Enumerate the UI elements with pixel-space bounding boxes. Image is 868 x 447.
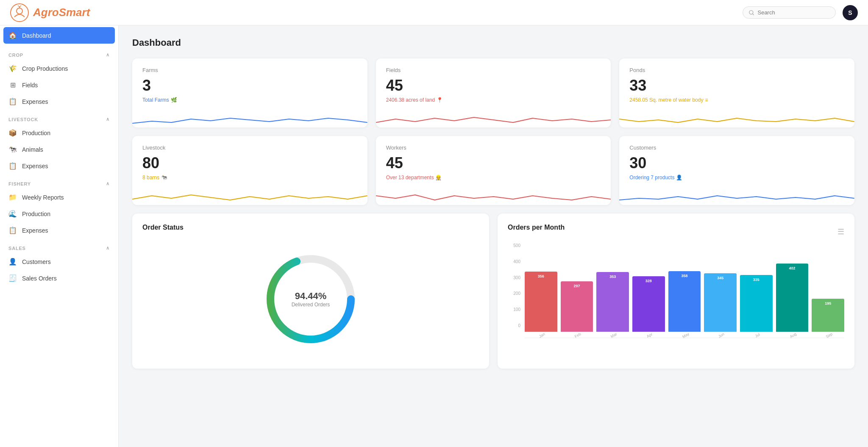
stat-card-ponds: Ponds 33 2458.05 Sq. metre of water body…	[619, 58, 854, 128]
sidebar-item-label: Weekly Reports	[22, 194, 64, 201]
stat-card-customers-stat: Customers 30 Ordering 7 products 👤	[619, 136, 854, 205]
app-name: AgroSmart	[33, 6, 90, 19]
donut-container: 94.44% Delivered Orders	[142, 240, 479, 358]
bar-rect: 335	[740, 275, 773, 332]
stat-value: 30	[629, 154, 844, 172]
stat-label: Farms	[142, 67, 357, 73]
sparkline	[376, 106, 611, 128]
sidebar-section-livestock: LIVESTOCK ∧	[0, 110, 118, 125]
bar-rect: 195	[812, 299, 844, 332]
app-layout: 🏠 Dashboard CROP ∧ 🌾 Crop Productions ⊞ …	[0, 25, 868, 447]
sidebar: 🏠 Dashboard CROP ∧ 🌾 Crop Productions ⊞ …	[0, 25, 119, 447]
main-content: Dashboard Farms 3 Total Farms 🌿 Fields 4…	[119, 25, 868, 447]
section-chevron[interactable]: ∧	[106, 245, 110, 251]
section-chevron[interactable]: ∧	[106, 52, 110, 58]
section-label: LIVESTOCK	[8, 117, 38, 122]
home-icon: 🏠	[8, 31, 17, 39]
bar-xlabel: Aug	[789, 332, 797, 339]
section-chevron[interactable]: ∧	[106, 117, 110, 122]
bar-value: 402	[789, 266, 796, 270]
bar-xlabel: Feb	[574, 332, 581, 339]
donut-percentage: 94.44%	[292, 291, 330, 302]
sidebar-item-crop-productions[interactable]: 🌾 Crop Productions	[0, 60, 118, 77]
stat-sub: 2406.38 acres of land 📍	[386, 97, 601, 103]
chart-menu-icon[interactable]: ☰	[837, 227, 844, 236]
search-input[interactable]	[757, 9, 829, 16]
bar-rect: 328	[632, 276, 665, 332]
sparkline	[376, 184, 611, 205]
page-title: Dashboard	[132, 37, 854, 48]
bar-column: 328 Apr	[632, 276, 665, 338]
header-right: S	[743, 5, 858, 20]
bar-value: 358	[682, 274, 688, 278]
fields-icon: ⊞	[8, 81, 17, 89]
bar-value: 335	[753, 278, 760, 282]
y-axis: 5004003002001000	[508, 243, 523, 328]
order-status-panel: Order Status	[132, 214, 489, 369]
customers-icon: 👤	[8, 258, 17, 266]
bar-column: 353 Mar	[596, 272, 629, 338]
search-icon	[749, 10, 754, 16]
logo-area: AgroSmart	[10, 3, 129, 22]
stat-value: 45	[386, 77, 601, 94]
app-header: AgroSmart S	[0, 0, 868, 25]
sidebar-item-label: Dashboard	[22, 32, 51, 39]
sidebar-item-label: Expenses	[22, 98, 48, 105]
stat-card-workers: Workers 45 Over 13 departments 👷	[376, 136, 611, 205]
section-label: CROP	[8, 53, 23, 58]
sidebar-item-expenses-fishery[interactable]: 📋 Expenses	[0, 222, 118, 239]
animals-icon: 🐄	[8, 145, 17, 153]
sidebar-item-animals[interactable]: 🐄 Animals	[0, 141, 118, 158]
sidebar-item-dashboard[interactable]: 🏠 Dashboard	[3, 27, 115, 44]
bar-xlabel: Jul	[754, 332, 760, 338]
stats-grid: Farms 3 Total Farms 🌿 Fields 45 2406.38 …	[132, 58, 854, 205]
sidebar-item-label: Expenses	[22, 227, 48, 234]
logo-icon	[10, 3, 29, 22]
stat-label: Workers	[386, 144, 601, 151]
sidebar-item-expenses-livestock[interactable]: 📋 Expenses	[0, 158, 118, 174]
stat-card-farms: Farms 3 Total Farms 🌿	[132, 58, 367, 128]
sidebar-item-sales-orders[interactable]: 🧾 Sales Orders	[0, 270, 118, 286]
sales-orders-icon: 🧾	[8, 274, 17, 282]
sidebar-item-label: Crop Productions	[22, 65, 68, 72]
section-chevron[interactable]: ∧	[106, 181, 110, 186]
sidebar-item-expenses-crop[interactable]: 📋 Expenses	[0, 93, 118, 110]
sidebar-section-fishery: FISHERY ∧	[0, 174, 118, 189]
bar-value: 353	[609, 275, 616, 279]
stat-sub: 8 barns 🐄	[142, 175, 357, 180]
bar-column: 356 Jan	[525, 272, 557, 338]
sidebar-item-fields[interactable]: ⊞ Fields	[0, 77, 118, 93]
sidebar-item-label: Production	[22, 130, 50, 136]
bar-rect: 402	[776, 264, 809, 332]
bar-rect: 356	[525, 272, 557, 332]
bar-value: 356	[538, 274, 544, 278]
svg-line-4	[19, 6, 21, 7]
bar-xlabel: Mar	[610, 332, 618, 339]
bar-column: 195 Sep	[812, 299, 844, 338]
sidebar-item-fishery-production[interactable]: 🌊 Production	[0, 205, 118, 222]
stat-value: 80	[142, 154, 357, 172]
stat-label: Livestock	[142, 144, 357, 151]
panels-grid: Order Status	[132, 214, 854, 369]
bar-rect: 345	[704, 273, 737, 332]
search-box[interactable]	[743, 6, 836, 19]
sidebar-item-weekly-reports[interactable]: 📁 Weekly Reports	[0, 189, 118, 205]
bar-rect: 297	[561, 281, 593, 332]
stat-sub: Total Farms 🌿	[142, 97, 357, 103]
stat-sub: 2458.05 Sq. metre of water body ≡	[629, 97, 844, 103]
bar-column: 402 Aug	[776, 264, 809, 338]
sidebar-item-livestock-production[interactable]: 📦 Production	[0, 125, 118, 141]
bar-value: 297	[573, 284, 580, 288]
sidebar-item-customers[interactable]: 👤 Customers	[0, 253, 118, 270]
orders-month-title: Orders per Month	[508, 224, 565, 231]
bar-chart: 5004003002001000 356 Jan 297 Feb 353 Mar…	[508, 243, 844, 338]
expenses-icon: 📋	[8, 97, 17, 106]
section-label: SALES	[8, 246, 26, 251]
bar-rect: 358	[668, 271, 701, 332]
sidebar-item-label: Fields	[22, 82, 38, 89]
sidebar-item-label: Animals	[22, 146, 43, 153]
stat-card-fields: Fields 45 2406.38 acres of land 📍	[376, 58, 611, 128]
crop-icon: 🌾	[8, 64, 17, 72]
sparkline	[132, 106, 367, 128]
production-icon: 📦	[8, 129, 17, 137]
